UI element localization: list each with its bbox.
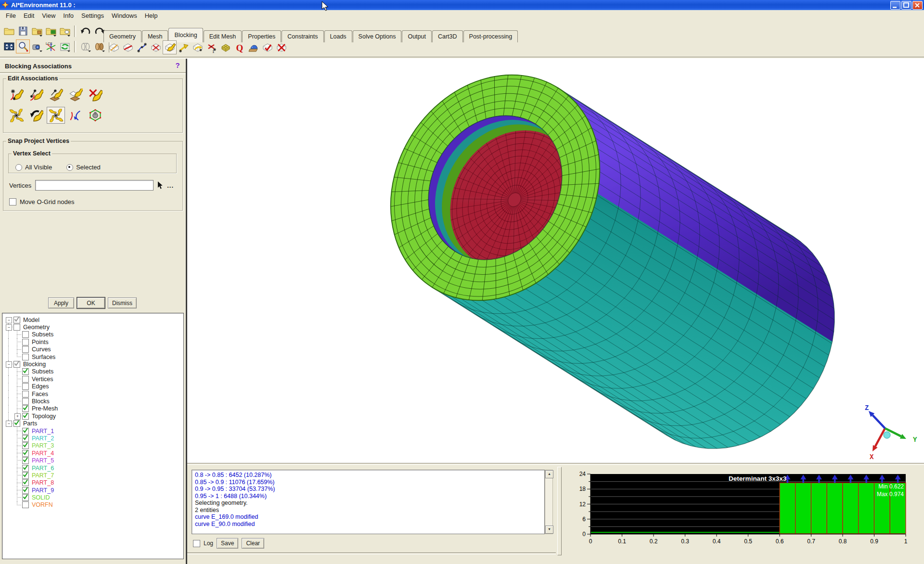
tree-checkbox[interactable] bbox=[22, 428, 29, 435]
maximize-button[interactable] bbox=[901, 1, 911, 10]
move-ogrid-checkbox[interactable] bbox=[9, 198, 16, 205]
move-edge-to-curve-icon[interactable] bbox=[66, 107, 85, 124]
tree-checkbox[interactable] bbox=[22, 413, 29, 420]
tree-item-solid[interactable]: SOLID bbox=[4, 494, 183, 501]
message-log[interactable]: 0.8 -> 0.85 : 6452 (10.287%)0.85 -> 0.9 … bbox=[192, 470, 545, 534]
open-project-icon[interactable] bbox=[2, 24, 16, 38]
vertices-input[interactable] bbox=[35, 180, 154, 191]
measure-icon[interactable] bbox=[30, 39, 44, 53]
tree-label[interactable]: PART_6 bbox=[30, 465, 54, 472]
tree-label[interactable]: PART_8 bbox=[30, 479, 54, 486]
tree-item-faces[interactable]: Faces bbox=[4, 390, 183, 397]
tree-label[interactable]: Subsets bbox=[30, 368, 53, 375]
tree-item-subsets[interactable]: Subsets bbox=[4, 368, 183, 375]
tab-output[interactable]: Output bbox=[402, 30, 432, 42]
disassociate-icon[interactable] bbox=[86, 87, 104, 103]
snap-project-vertices-icon[interactable] bbox=[7, 107, 26, 124]
tree-label[interactable]: Subsets bbox=[30, 331, 53, 338]
menu-settings[interactable]: Settings bbox=[77, 11, 108, 20]
collapse-icon[interactable]: − bbox=[6, 324, 12, 331]
tree-label[interactable]: SOLID bbox=[30, 494, 50, 501]
tree-checkbox[interactable] bbox=[22, 494, 29, 501]
tree-item-vertices[interactable]: Vertices bbox=[4, 375, 183, 383]
tree-label[interactable]: PART_7 bbox=[30, 472, 54, 479]
open-geometry-icon[interactable] bbox=[30, 24, 44, 38]
undo-icon[interactable] bbox=[78, 24, 92, 38]
zoom-window-icon[interactable] bbox=[16, 39, 30, 53]
ok-button[interactable]: OK bbox=[77, 297, 105, 308]
modify-block-icon[interactable] bbox=[149, 40, 163, 54]
collapse-icon[interactable]: − bbox=[6, 361, 12, 368]
tree-item-curves[interactable]: Curves bbox=[4, 346, 183, 353]
tree-checkbox[interactable] bbox=[22, 346, 29, 353]
collapse-icon[interactable]: − bbox=[6, 317, 12, 323]
tree-checkbox[interactable] bbox=[22, 354, 29, 360]
fit-view-icon[interactable] bbox=[2, 39, 16, 53]
tree-label[interactable]: Blocking bbox=[22, 361, 46, 368]
tree-label[interactable]: Points bbox=[30, 339, 49, 346]
menu-help[interactable]: Help bbox=[141, 11, 162, 20]
tree-item-blocks[interactable]: Blocks bbox=[4, 397, 183, 405]
tree-checkbox[interactable] bbox=[13, 317, 20, 323]
collapse-icon[interactable]: − bbox=[6, 421, 12, 427]
edit-edge-icon[interactable] bbox=[135, 40, 149, 54]
reset-associations-icon[interactable] bbox=[27, 107, 45, 124]
scroll-up-icon[interactable]: ▲ bbox=[545, 470, 553, 478]
close-button[interactable] bbox=[912, 1, 923, 10]
tree-label[interactable]: PART_4 bbox=[30, 450, 54, 457]
tree-label[interactable]: Blocks bbox=[30, 398, 50, 405]
edit-block-parameters-icon[interactable]: 1 bbox=[205, 40, 218, 54]
tree-checkbox[interactable] bbox=[22, 331, 29, 338]
tree-item-topology[interactable]: +Topology bbox=[4, 412, 183, 420]
help-icon[interactable]: ? bbox=[173, 61, 182, 70]
tree-label[interactable]: PART_3 bbox=[30, 442, 54, 449]
tree-label[interactable]: PART_1 bbox=[30, 428, 54, 435]
pre-mesh-params-icon[interactable] bbox=[218, 40, 232, 54]
tree-item-part_5[interactable]: PART_5 bbox=[4, 457, 183, 464]
save-log-button[interactable]: Save bbox=[217, 538, 238, 549]
tree-label[interactable]: VORFN bbox=[30, 501, 53, 508]
tree-checkbox[interactable] bbox=[22, 450, 29, 457]
tree-checkbox[interactable] bbox=[22, 405, 29, 412]
associate-face-to-surface-icon[interactable] bbox=[66, 87, 85, 103]
minimize-button[interactable] bbox=[890, 1, 900, 10]
tree-checkbox[interactable] bbox=[22, 339, 29, 346]
local-coord-system-icon[interactable]: LCS bbox=[44, 39, 58, 53]
tree-label[interactable]: PART_5 bbox=[30, 457, 54, 464]
tree-label[interactable]: Parts bbox=[22, 420, 37, 427]
move-vertex-icon[interactable] bbox=[177, 40, 191, 54]
open-blocking-icon[interactable] bbox=[58, 24, 72, 38]
radio-dot[interactable] bbox=[66, 164, 73, 171]
save-project-icon[interactable] bbox=[16, 24, 30, 38]
snap-selected-vertices-icon[interactable] bbox=[47, 107, 65, 124]
tree-checkbox[interactable] bbox=[22, 442, 29, 449]
tree-label[interactable]: Geometry bbox=[22, 324, 50, 331]
quality-metric-icon[interactable]: Q bbox=[232, 40, 246, 54]
radio-all-visible[interactable]: All Visible bbox=[15, 164, 52, 171]
tree-checkbox[interactable] bbox=[22, 487, 29, 494]
tree-item-points[interactable]: Points bbox=[4, 338, 183, 346]
tree-item-part_7[interactable]: PART_7 bbox=[4, 472, 183, 479]
more-options-button[interactable]: ... bbox=[167, 182, 174, 189]
menu-edit[interactable]: Edit bbox=[20, 11, 38, 20]
tree-label[interactable]: Topology bbox=[30, 413, 56, 420]
tree-item-part_8[interactable]: PART_8 bbox=[4, 479, 183, 487]
tree-label[interactable]: Vertices bbox=[30, 376, 53, 383]
tree-label[interactable]: Model bbox=[22, 317, 39, 323]
check-block-icon[interactable] bbox=[260, 40, 274, 54]
wireframe-display-icon[interactable] bbox=[78, 39, 92, 53]
tree-checkbox[interactable] bbox=[13, 324, 20, 331]
menu-info[interactable]: Info bbox=[59, 11, 77, 20]
merge-blocks-icon[interactable] bbox=[121, 40, 135, 54]
split-block-icon[interactable] bbox=[107, 40, 121, 54]
tree-item-part_4[interactable]: PART_4 bbox=[4, 449, 183, 457]
tree-checkbox[interactable] bbox=[22, 368, 29, 375]
tree-item-part_1[interactable]: PART_1 bbox=[4, 427, 183, 435]
menu-file[interactable]: File bbox=[2, 11, 20, 20]
tree-checkbox[interactable] bbox=[22, 472, 29, 479]
tree-label[interactable]: Pre-Mesh bbox=[30, 405, 58, 412]
tree-item-surfaces[interactable]: Surfaces bbox=[4, 353, 183, 360]
associate-edge-to-surface-icon[interactable] bbox=[47, 87, 65, 103]
tree-checkbox[interactable] bbox=[22, 391, 29, 397]
tree-checkbox[interactable] bbox=[22, 435, 29, 442]
